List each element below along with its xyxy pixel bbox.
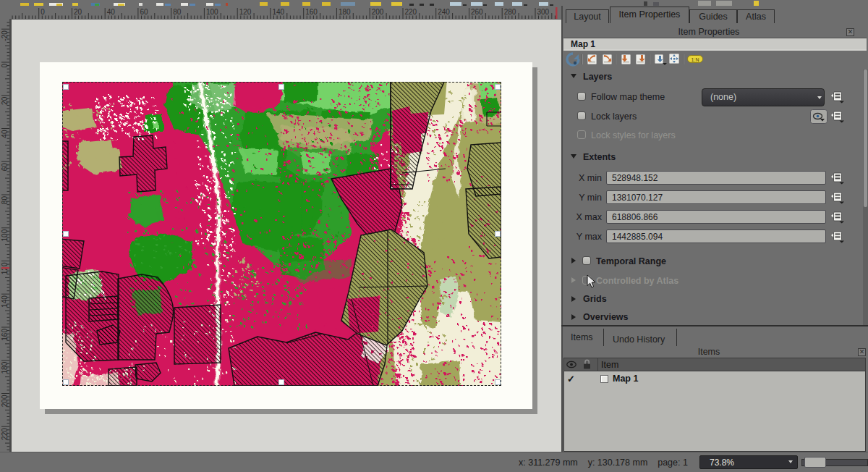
svg-text:20: 20 [74, 8, 82, 16]
svg-text:60: 60 [1, 163, 9, 172]
svg-text:1:N: 1:N [692, 57, 699, 62]
svg-text:40: 40 [107, 8, 116, 16]
svg-text:100: 100 [1, 229, 9, 241]
svg-text:280: 280 [504, 8, 516, 16]
svg-text:80: 80 [1, 196, 9, 205]
svg-text:40: 40 [1, 130, 9, 138]
svg-text:260: 260 [471, 8, 483, 16]
svg-text:80: 80 [173, 8, 182, 16]
svg-text:0: 0 [1, 64, 9, 68]
svg-text:0: 0 [41, 8, 45, 16]
svg-text:240: 240 [438, 8, 450, 16]
svg-text:100: 100 [206, 8, 218, 16]
svg-text:180: 180 [339, 8, 351, 16]
svg-text:20: 20 [1, 96, 9, 105]
svg-text:180: 180 [1, 361, 9, 374]
svg-text:300: 300 [537, 8, 550, 16]
svg-text:-20: -20 [1, 30, 9, 41]
svg-text:220: 220 [405, 8, 417, 16]
svg-text:160: 160 [305, 8, 318, 16]
svg-text:120: 120 [239, 8, 252, 16]
svg-text:160: 160 [1, 329, 9, 341]
svg-text:140: 140 [1, 295, 9, 308]
svg-text:200: 200 [372, 8, 384, 16]
svg-text:60: 60 [140, 8, 148, 16]
svg-text:200: 200 [1, 395, 9, 407]
svg-text:220: 220 [1, 428, 9, 440]
svg-text:140: 140 [272, 8, 284, 16]
